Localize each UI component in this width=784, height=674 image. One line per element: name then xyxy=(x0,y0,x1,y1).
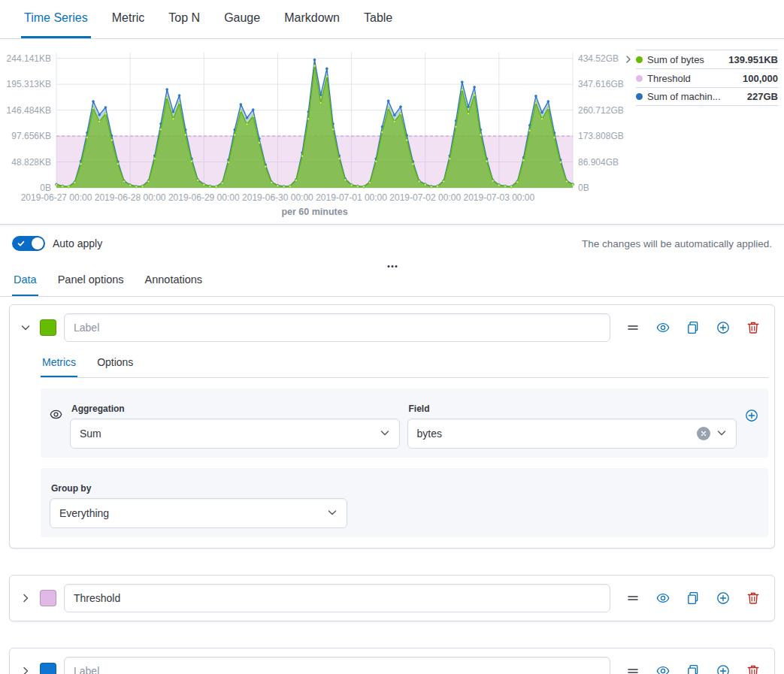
add-metric-icon[interactable] xyxy=(744,408,759,423)
tab-metric[interactable]: Metric xyxy=(109,0,148,38)
svg-text:244.141KB: 244.141KB xyxy=(7,53,51,64)
svg-text:2019-06-30 00:00: 2019-06-30 00:00 xyxy=(242,192,313,203)
tab-time-series[interactable]: Time Series xyxy=(21,0,91,38)
aggregation-value: Sum xyxy=(80,428,380,440)
legend-dot-pink xyxy=(636,75,643,82)
auto-apply-label: Auto apply xyxy=(53,237,102,249)
legend-value: 139.951KB xyxy=(728,54,778,65)
legend-label: Threshold xyxy=(647,73,738,84)
legend-item-sum-of-bytes[interactable]: Sum of bytes 139.951KB xyxy=(636,50,778,68)
check-icon xyxy=(17,240,25,247)
series-card-3 xyxy=(9,648,775,674)
series-card-1: Metrics Options Aggregation Sum xyxy=(9,304,775,549)
drag-handle-icon[interactable] xyxy=(625,663,640,674)
svg-text:2019-06-28 00:00: 2019-06-28 00:00 xyxy=(95,192,166,203)
delete-series-icon[interactable] xyxy=(746,663,761,674)
auto-apply-hint: The changes will be automatically applie… xyxy=(582,238,772,249)
drag-handle-icon[interactable] xyxy=(625,591,640,606)
aggregation-label: Aggregation xyxy=(71,403,400,414)
series-list: Metrics Options Aggregation Sum xyxy=(0,297,784,674)
add-series-icon[interactable] xyxy=(716,320,731,335)
legend-label: Sum of bytes xyxy=(647,54,724,65)
collapse-chevron-down-icon[interactable] xyxy=(19,321,32,334)
svg-text:434.52GB: 434.52GB xyxy=(578,53,619,64)
auto-apply-bar: Auto apply The changes will be automatic… xyxy=(0,225,784,262)
tab-top-n[interactable]: Top N xyxy=(165,0,203,38)
svg-text:97.656KB: 97.656KB xyxy=(11,131,51,141)
svg-text:per 60 minutes: per 60 minutes xyxy=(281,207,347,217)
series-header xyxy=(10,576,774,621)
collapse-chevron-right-icon[interactable] xyxy=(19,591,32,605)
svg-text:2019-07-02 00:00: 2019-07-02 00:00 xyxy=(389,192,461,203)
group-by-panel: Group by Everything xyxy=(41,468,768,537)
legend-dot-blue xyxy=(636,93,643,100)
group-by-label: Group by xyxy=(51,483,759,494)
tab-markdown[interactable]: Markdown xyxy=(281,0,343,38)
legend-value: 227GB xyxy=(747,91,778,102)
tab-gauge[interactable]: Gauge xyxy=(221,0,263,38)
collapse-chevron-right-icon[interactable] xyxy=(19,664,32,674)
svg-text:347.616GB: 347.616GB xyxy=(578,79,624,89)
field-combobox[interactable]: bytes xyxy=(407,419,737,449)
chevron-down-icon xyxy=(716,428,727,440)
eye-icon[interactable] xyxy=(655,320,670,335)
group-by-value: Everything xyxy=(59,507,327,519)
svg-text:173.808GB: 173.808GB xyxy=(578,131,624,141)
tab-metrics[interactable]: Metrics xyxy=(41,352,77,377)
clone-series-icon[interactable] xyxy=(686,663,701,674)
svg-text:2019-07-03 00:00: 2019-07-03 00:00 xyxy=(463,192,534,203)
svg-text:2019-07-01 00:00: 2019-07-01 00:00 xyxy=(316,192,387,203)
tab-table[interactable]: Table xyxy=(361,0,395,38)
series-header xyxy=(10,648,774,674)
editor-tabbar: Data Panel options Annotations xyxy=(0,262,784,297)
chevron-down-icon xyxy=(380,428,390,440)
series-color-swatch[interactable] xyxy=(40,663,56,674)
svg-text:0B: 0B xyxy=(578,183,589,193)
delete-series-icon[interactable] xyxy=(746,320,761,335)
tab-options[interactable]: Options xyxy=(95,352,135,377)
legend-value: 100,000 xyxy=(743,73,778,84)
svg-text:2019-06-29 00:00: 2019-06-29 00:00 xyxy=(168,192,240,203)
svg-text:2019-06-27 00:00: 2019-06-27 00:00 xyxy=(21,192,92,203)
series-label-input[interactable] xyxy=(64,584,610,612)
group-by-select[interactable]: Everything xyxy=(50,498,347,528)
metric-eye-icon[interactable] xyxy=(50,408,62,424)
metric-panel: Aggregation Sum Field bytes xyxy=(41,388,768,458)
metric-tabbar: Metrics Options xyxy=(41,352,768,378)
legend-item-threshold[interactable]: Threshold 100,000 xyxy=(636,68,778,87)
legend-collapse-icon[interactable] xyxy=(624,50,636,106)
eye-icon[interactable] xyxy=(655,663,670,674)
chevron-down-icon xyxy=(327,507,338,520)
legend-item-sum-of-machine-ram[interactable]: Sum of machin... 227GB xyxy=(636,87,778,106)
series-label-input[interactable] xyxy=(64,657,610,674)
series-color-swatch[interactable] xyxy=(40,590,56,606)
add-series-icon[interactable] xyxy=(716,663,731,674)
clone-series-icon[interactable] xyxy=(686,320,701,335)
eye-icon[interactable] xyxy=(655,591,670,606)
field-label: Field xyxy=(409,403,737,414)
resize-handle-icon[interactable] xyxy=(384,262,400,271)
clone-series-icon[interactable] xyxy=(686,591,701,606)
toggle-knob xyxy=(32,237,44,249)
chart-legend: Sum of bytes 139.951KB Threshold 100,000… xyxy=(624,50,778,106)
svg-text:146.484KB: 146.484KB xyxy=(7,105,51,116)
add-series-icon[interactable] xyxy=(716,591,731,606)
series-card-2 xyxy=(9,575,775,621)
series-color-swatch[interactable] xyxy=(40,319,56,336)
series-label-input[interactable] xyxy=(64,313,610,342)
drag-handle-icon[interactable] xyxy=(625,320,640,335)
svg-text:86.904GB: 86.904GB xyxy=(578,157,619,168)
tab-data[interactable]: Data xyxy=(12,274,38,296)
aggregation-select[interactable]: Sum xyxy=(70,419,400,449)
svg-text:195.313KB: 195.313KB xyxy=(7,79,51,89)
legend-label: Sum of machin... xyxy=(647,91,743,102)
field-value: bytes xyxy=(417,428,698,440)
clear-field-icon[interactable] xyxy=(697,427,710,440)
time-series-chart-panel: 0B0B48.828KB86.904GB97.656KB173.808GB146… xyxy=(0,39,784,225)
svg-text:260.712GB: 260.712GB xyxy=(578,105,624,116)
tab-panel-options[interactable]: Panel options xyxy=(56,274,126,296)
auto-apply-toggle[interactable] xyxy=(12,236,45,251)
tab-annotations[interactable]: Annotations xyxy=(144,274,204,296)
visualization-type-tabbar: Time Series Metric Top N Gauge Markdown … xyxy=(0,0,784,39)
delete-series-icon[interactable] xyxy=(746,591,761,606)
